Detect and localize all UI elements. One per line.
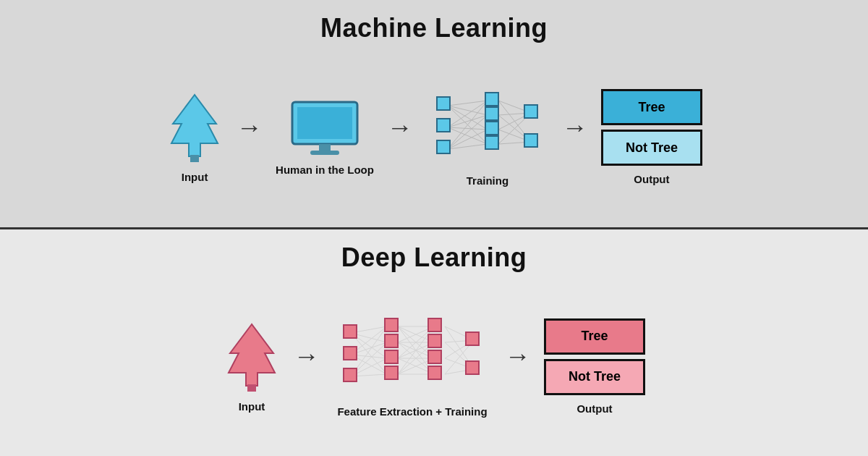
dl-title: Deep Learning	[341, 242, 527, 273]
ml-training-label: Training	[467, 174, 509, 187]
svg-rect-74	[344, 347, 357, 360]
ml-section: Machine Learning Input →	[0, 0, 868, 229]
svg-rect-81	[428, 334, 441, 347]
svg-rect-28	[437, 140, 450, 153]
svg-marker-35	[229, 324, 275, 386]
svg-line-8	[448, 106, 488, 130]
dl-flow-row: Input →	[223, 284, 645, 449]
svg-rect-3	[297, 107, 352, 139]
dl-arrow1: →	[294, 343, 320, 369]
ml-human-label: Human in the Loop	[276, 164, 374, 176]
ml-output-label: Output	[634, 173, 669, 185]
svg-rect-79	[385, 366, 398, 379]
ml-training-item: Training	[426, 88, 549, 187]
dl-training-label: Feature Extraction + Training	[337, 405, 487, 418]
svg-rect-5	[310, 151, 339, 155]
svg-rect-33	[524, 105, 537, 118]
svg-rect-26	[437, 97, 450, 110]
dl-output-boxes: Tree Not Tree	[544, 318, 645, 395]
dl-section: Deep Learning Input →	[0, 229, 868, 457]
ml-arrow2: →	[387, 114, 413, 140]
svg-rect-29	[485, 93, 498, 106]
svg-rect-27	[437, 119, 450, 132]
ml-input-label: Input	[182, 171, 208, 183]
svg-rect-4	[319, 144, 331, 151]
svg-rect-32	[485, 136, 498, 149]
svg-rect-77	[385, 334, 398, 347]
svg-rect-36	[247, 384, 256, 392]
svg-line-12	[448, 127, 488, 130]
dl-arrow2: →	[505, 343, 531, 369]
dl-output-item: Tree Not Tree Output	[544, 318, 645, 415]
dl-input-item: Input	[223, 321, 281, 413]
ml-output-tree: Tree	[601, 89, 702, 125]
svg-rect-30	[485, 107, 498, 120]
svg-rect-73	[344, 325, 357, 338]
dl-input-label: Input	[239, 400, 265, 413]
ml-human-item: Human in the Loop	[276, 98, 374, 176]
ml-arrow1: →	[237, 114, 263, 140]
svg-rect-85	[466, 361, 479, 374]
svg-rect-82	[428, 350, 441, 363]
ml-flow-row: Input → Human in the Loop →	[166, 55, 702, 220]
svg-rect-1	[190, 155, 199, 162]
dl-output-tree: Tree	[544, 318, 645, 355]
svg-rect-78	[385, 350, 398, 363]
ml-output-nottree: Not Tree	[601, 130, 702, 166]
ml-arrow3: →	[562, 114, 588, 140]
ml-nn-icon	[426, 88, 549, 167]
dl-nn-icon	[333, 315, 492, 398]
svg-rect-75	[344, 368, 357, 381]
svg-rect-34	[524, 134, 537, 147]
dl-tree-icon	[223, 321, 281, 393]
svg-line-11	[448, 115, 488, 127]
ml-output-item: Tree Not Tree Output	[601, 89, 702, 185]
ml-title: Machine Learning	[320, 13, 548, 43]
svg-rect-80	[428, 318, 441, 332]
svg-rect-84	[466, 332, 479, 345]
svg-rect-31	[485, 122, 498, 135]
svg-marker-0	[171, 95, 218, 156]
svg-rect-83	[428, 366, 441, 379]
svg-rect-76	[385, 318, 398, 332]
dl-output-label: Output	[576, 402, 612, 415]
ml-output-boxes: Tree Not Tree	[601, 89, 702, 166]
ml-monitor-icon	[289, 98, 361, 156]
dl-output-nottree: Not Tree	[544, 359, 645, 395]
ml-input-item: Input	[166, 91, 224, 183]
ml-tree-icon	[166, 91, 224, 164]
dl-training-item: Feature Extraction + Training	[333, 315, 492, 418]
